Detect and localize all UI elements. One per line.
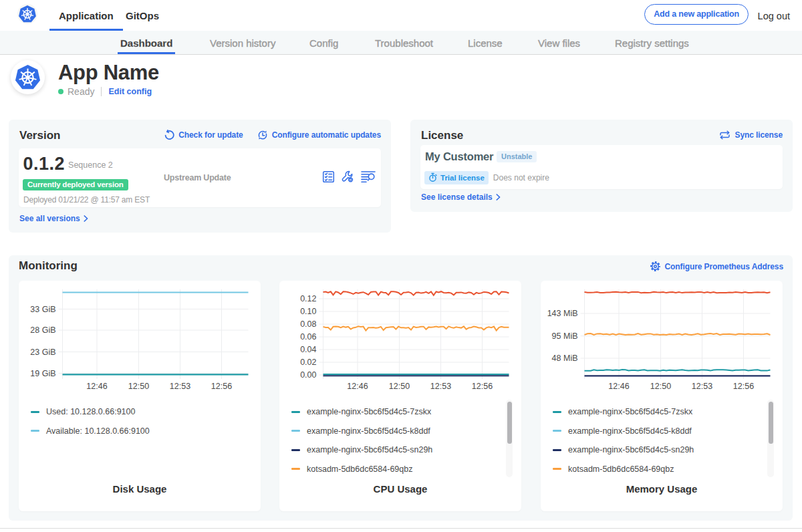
svg-text:12:56: 12:56 [211,382,232,391]
svg-text:95 MiB: 95 MiB [552,331,578,341]
svg-text:12:50: 12:50 [650,382,671,391]
svg-text:12:56: 12:56 [733,382,754,391]
svg-text:12:53: 12:53 [430,382,451,391]
svg-text:0.06: 0.06 [300,332,316,342]
svg-text:12:46: 12:46 [608,382,629,391]
svg-text:12:46: 12:46 [86,382,107,391]
svg-text:0.12: 0.12 [300,294,316,303]
svg-text:0.04: 0.04 [300,345,316,354]
svg-text:0.08: 0.08 [300,319,316,329]
svg-text:12:53: 12:53 [170,382,190,391]
svg-text:12:56: 12:56 [472,382,493,391]
svg-text:12:46: 12:46 [347,382,368,391]
svg-text:28 GiB: 28 GiB [30,325,55,335]
svg-text:0.10: 0.10 [300,307,316,316]
svg-text:48 MiB: 48 MiB [552,354,578,363]
svg-text:19 GiB: 19 GiB [30,369,55,378]
svg-text:12:53: 12:53 [692,382,712,391]
svg-text:0.02: 0.02 [300,358,316,367]
svg-text:12:50: 12:50 [128,382,149,391]
svg-text:33 GiB: 33 GiB [30,305,55,314]
svg-text:0.00: 0.00 [300,370,316,380]
svg-text:23 GiB: 23 GiB [30,348,55,357]
svg-text:143 MiB: 143 MiB [547,309,578,318]
svg-text:12:50: 12:50 [389,382,410,391]
